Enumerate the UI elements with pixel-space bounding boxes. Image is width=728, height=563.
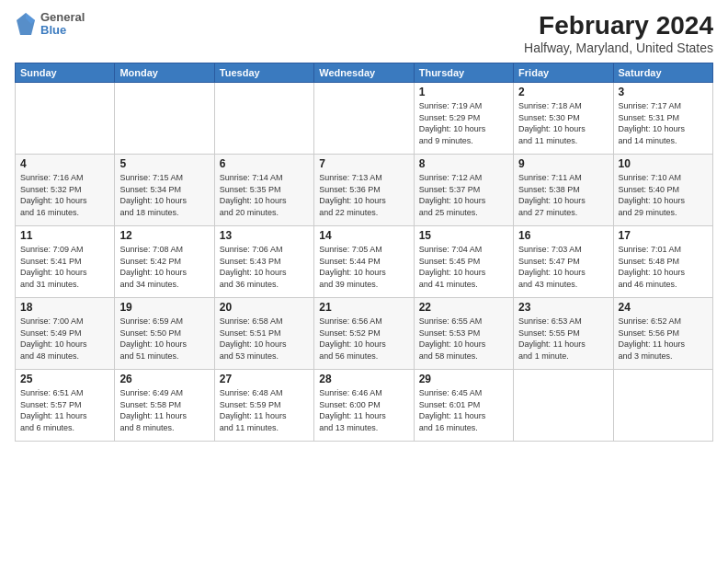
- calendar-cell: 8Sunrise: 7:12 AM Sunset: 5:37 PM Daylig…: [414, 155, 513, 226]
- calendar-cell: [314, 83, 414, 155]
- day-header-friday: Friday: [514, 63, 613, 83]
- calendar-cell: 29Sunrise: 6:45 AM Sunset: 6:01 PM Dayli…: [414, 370, 513, 442]
- day-info: Sunrise: 6:52 AM Sunset: 5:56 PM Dayligh…: [619, 316, 708, 362]
- day-info: Sunrise: 6:55 AM Sunset: 5:53 PM Dayligh…: [419, 316, 508, 362]
- day-number: 29: [419, 373, 508, 385]
- calendar-cell: 21Sunrise: 6:56 AM Sunset: 5:52 PM Dayli…: [314, 298, 414, 370]
- calendar-cell: [115, 83, 214, 155]
- day-number: 10: [619, 157, 708, 170]
- calendar-week-3: 11Sunrise: 7:09 AM Sunset: 5:41 PM Dayli…: [16, 226, 713, 298]
- day-info: Sunrise: 7:16 AM Sunset: 5:32 PM Dayligh…: [20, 172, 109, 218]
- day-info: Sunrise: 6:58 AM Sunset: 5:51 PM Dayligh…: [220, 316, 309, 362]
- calendar-week-1: 1Sunrise: 7:19 AM Sunset: 5:29 PM Daylig…: [16, 83, 713, 155]
- day-number: 8: [419, 157, 508, 170]
- calendar-cell: [214, 83, 313, 155]
- calendar-cell: 16Sunrise: 7:03 AM Sunset: 5:47 PM Dayli…: [514, 226, 613, 298]
- day-info: Sunrise: 7:00 AM Sunset: 5:49 PM Dayligh…: [20, 316, 109, 362]
- calendar-cell: 1Sunrise: 7:19 AM Sunset: 5:29 PM Daylig…: [414, 83, 513, 155]
- day-number: 3: [619, 86, 708, 98]
- calendar-cell: 23Sunrise: 6:53 AM Sunset: 5:55 PM Dayli…: [514, 298, 613, 370]
- day-number: 18: [20, 301, 109, 314]
- page: General Blue February 2024 Halfway, Mary…: [0, 0, 728, 563]
- calendar-table: SundayMondayTuesdayWednesdayThursdayFrid…: [15, 63, 713, 442]
- day-number: 26: [119, 373, 209, 385]
- day-number: 7: [319, 157, 408, 170]
- day-number: 19: [119, 301, 209, 314]
- day-info: Sunrise: 7:12 AM Sunset: 5:37 PM Dayligh…: [419, 172, 508, 218]
- day-number: 21: [319, 301, 408, 314]
- day-number: 13: [220, 229, 309, 242]
- day-info: Sunrise: 7:04 AM Sunset: 5:45 PM Dayligh…: [419, 244, 508, 290]
- calendar-cell: 2Sunrise: 7:18 AM Sunset: 5:30 PM Daylig…: [514, 83, 613, 155]
- calendar-cell: 14Sunrise: 7:05 AM Sunset: 5:44 PM Dayli…: [314, 226, 414, 298]
- day-number: 24: [619, 301, 708, 314]
- calendar-cell: 5Sunrise: 7:15 AM Sunset: 5:34 PM Daylig…: [115, 155, 214, 226]
- day-info: Sunrise: 7:14 AM Sunset: 5:35 PM Dayligh…: [220, 172, 309, 218]
- day-number: 6: [220, 157, 309, 170]
- calendar-cell: 11Sunrise: 7:09 AM Sunset: 5:41 PM Dayli…: [16, 226, 115, 298]
- day-info: Sunrise: 7:06 AM Sunset: 5:43 PM Dayligh…: [220, 244, 309, 290]
- day-number: 1: [419, 86, 508, 98]
- day-number: 17: [619, 229, 708, 242]
- day-info: Sunrise: 7:09 AM Sunset: 5:41 PM Dayligh…: [20, 244, 109, 290]
- day-number: 15: [419, 229, 508, 242]
- calendar-cell: 19Sunrise: 6:59 AM Sunset: 5:50 PM Dayli…: [115, 298, 214, 370]
- calendar-cell: 10Sunrise: 7:10 AM Sunset: 5:40 PM Dayli…: [613, 155, 712, 226]
- calendar-cell: 4Sunrise: 7:16 AM Sunset: 5:32 PM Daylig…: [16, 155, 115, 226]
- calendar-cell: 27Sunrise: 6:48 AM Sunset: 5:59 PM Dayli…: [214, 370, 313, 442]
- day-info: Sunrise: 7:13 AM Sunset: 5:36 PM Dayligh…: [319, 172, 408, 218]
- day-info: Sunrise: 7:05 AM Sunset: 5:44 PM Dayligh…: [319, 244, 408, 290]
- calendar-week-2: 4Sunrise: 7:16 AM Sunset: 5:32 PM Daylig…: [16, 155, 713, 226]
- calendar-body: 1Sunrise: 7:19 AM Sunset: 5:29 PM Daylig…: [16, 83, 713, 442]
- day-number: 2: [518, 86, 608, 98]
- day-info: Sunrise: 6:49 AM Sunset: 5:58 PM Dayligh…: [119, 387, 209, 433]
- logo: General Blue: [15, 11, 85, 38]
- day-info: Sunrise: 7:11 AM Sunset: 5:38 PM Dayligh…: [518, 172, 608, 218]
- calendar-cell: 9Sunrise: 7:11 AM Sunset: 5:38 PM Daylig…: [514, 155, 613, 226]
- calendar-cell: [16, 83, 115, 155]
- day-header-wednesday: Wednesday: [314, 63, 414, 83]
- day-info: Sunrise: 6:45 AM Sunset: 6:01 PM Dayligh…: [419, 387, 508, 433]
- calendar-subtitle: Halfway, Maryland, United States: [524, 40, 713, 55]
- calendar-header-row: SundayMondayTuesdayWednesdayThursdayFrid…: [16, 63, 713, 83]
- logo-icon: [15, 11, 37, 37]
- day-header-saturday: Saturday: [613, 63, 712, 83]
- day-number: 11: [20, 229, 109, 242]
- day-info: Sunrise: 7:15 AM Sunset: 5:34 PM Dayligh…: [119, 172, 209, 218]
- logo-text: General Blue: [40, 11, 85, 38]
- day-info: Sunrise: 7:03 AM Sunset: 5:47 PM Dayligh…: [518, 244, 608, 290]
- calendar-cell: 18Sunrise: 7:00 AM Sunset: 5:49 PM Dayli…: [16, 298, 115, 370]
- calendar-cell: 25Sunrise: 6:51 AM Sunset: 5:57 PM Dayli…: [16, 370, 115, 442]
- day-number: 9: [518, 157, 608, 170]
- calendar-week-4: 18Sunrise: 7:00 AM Sunset: 5:49 PM Dayli…: [16, 298, 713, 370]
- calendar-cell: 28Sunrise: 6:46 AM Sunset: 6:00 PM Dayli…: [314, 370, 414, 442]
- day-number: 16: [518, 229, 608, 242]
- day-info: Sunrise: 7:19 AM Sunset: 5:29 PM Dayligh…: [419, 100, 508, 146]
- day-info: Sunrise: 6:51 AM Sunset: 5:57 PM Dayligh…: [20, 387, 109, 433]
- day-number: 12: [119, 229, 209, 242]
- calendar-cell: 22Sunrise: 6:55 AM Sunset: 5:53 PM Dayli…: [414, 298, 513, 370]
- calendar-cell: 26Sunrise: 6:49 AM Sunset: 5:58 PM Dayli…: [115, 370, 214, 442]
- day-number: 20: [220, 301, 309, 314]
- calendar-cell: [613, 370, 712, 442]
- calendar-cell: 3Sunrise: 7:17 AM Sunset: 5:31 PM Daylig…: [613, 83, 712, 155]
- day-number: 5: [119, 157, 209, 170]
- calendar-cell: 17Sunrise: 7:01 AM Sunset: 5:48 PM Dayli…: [613, 226, 712, 298]
- day-header-thursday: Thursday: [414, 63, 513, 83]
- title-area: February 2024 Halfway, Maryland, United …: [524, 11, 713, 55]
- calendar-week-5: 25Sunrise: 6:51 AM Sunset: 5:57 PM Dayli…: [16, 370, 713, 442]
- calendar-cell: 20Sunrise: 6:58 AM Sunset: 5:51 PM Dayli…: [214, 298, 313, 370]
- day-number: 4: [20, 157, 109, 170]
- day-number: 23: [518, 301, 608, 314]
- day-info: Sunrise: 7:01 AM Sunset: 5:48 PM Dayligh…: [619, 244, 708, 290]
- calendar-cell: 7Sunrise: 7:13 AM Sunset: 5:36 PM Daylig…: [314, 155, 414, 226]
- day-header-tuesday: Tuesday: [214, 63, 313, 83]
- header: General Blue February 2024 Halfway, Mary…: [15, 11, 713, 55]
- day-header-monday: Monday: [115, 63, 214, 83]
- day-info: Sunrise: 6:53 AM Sunset: 5:55 PM Dayligh…: [518, 316, 608, 362]
- day-info: Sunrise: 7:18 AM Sunset: 5:30 PM Dayligh…: [518, 100, 608, 146]
- calendar-cell: 13Sunrise: 7:06 AM Sunset: 5:43 PM Dayli…: [214, 226, 313, 298]
- day-number: 28: [319, 373, 408, 385]
- day-info: Sunrise: 6:46 AM Sunset: 6:00 PM Dayligh…: [319, 387, 408, 433]
- day-info: Sunrise: 6:56 AM Sunset: 5:52 PM Dayligh…: [319, 316, 408, 362]
